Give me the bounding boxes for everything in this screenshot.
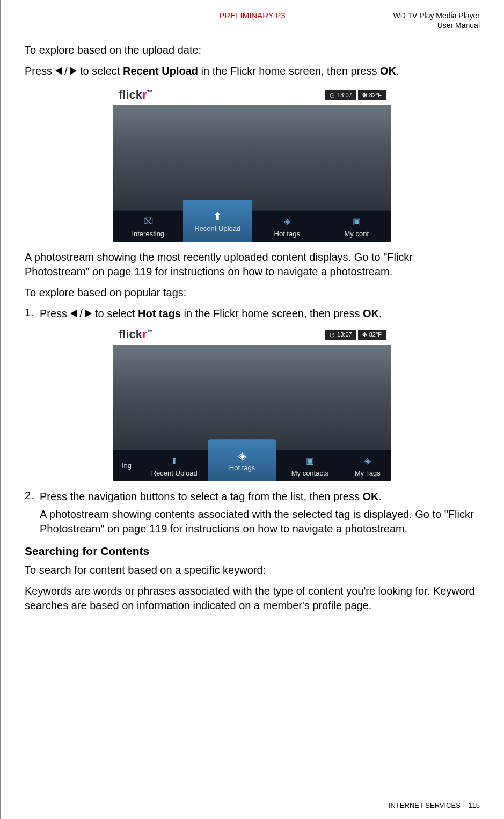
bold-text: OK: [363, 308, 379, 319]
temp-value: 82°F: [369, 92, 382, 98]
contacts-icon: ▣: [350, 215, 363, 228]
clock-icon: ◷: [330, 92, 335, 99]
text: in the Flickr home screen, then press: [198, 65, 380, 77]
nav-item-hot-tags[interactable]: ◈ Hot tags: [208, 439, 276, 481]
screenshot-nav-bar: ing ⬆ Recent Upload ◈ Hot tags ▣ My cont…: [113, 450, 391, 481]
nav-item-interesting[interactable]: ⌧ Interesting: [113, 210, 183, 242]
interesting-icon: ⌧: [142, 215, 155, 228]
screenshot-header: flickr™ ◷13:07 ❋82°F: [113, 85, 391, 105]
flickr-screenshot-hot-tags: flickr™ ◷13:07 ❋82°F ing ⬆ Recent Upload…: [113, 324, 391, 481]
tag-icon: ◈: [281, 215, 294, 228]
temp-value: 82°F: [369, 331, 382, 338]
step-content: Press the navigation buttons to select a…: [40, 489, 480, 539]
text: to select: [77, 65, 123, 77]
product-name: WD TV Play Media Player: [328, 11, 480, 20]
right-arrow-icon: [70, 67, 77, 75]
step-number: 2.: [25, 489, 40, 539]
time-value: 13:07: [337, 331, 352, 338]
upload-icon: ⬆: [168, 455, 181, 467]
tag-icon: ◈: [236, 449, 249, 462]
nav-item-my-tags[interactable]: ◈ My Tags: [344, 450, 391, 481]
page-footer: INTERNET SERVICES – 115: [389, 801, 480, 809]
weather-icon: ❋: [362, 92, 367, 99]
status-bar: ◷13:07 ❋82°F: [325, 90, 386, 100]
page: PRELIMINARY-P3 WD TV Play Media Player U…: [0, 0, 504, 819]
section-heading: Searching for Contents: [25, 545, 480, 558]
page-header: PRELIMINARY-P3 WD TV Play Media Player U…: [25, 11, 480, 30]
search-intro: To search for content based on a specifi…: [25, 563, 480, 577]
text: .: [378, 491, 382, 502]
weather-icon: ❋: [362, 331, 367, 338]
description-text-1: A photostream showing the most recently …: [25, 250, 480, 279]
right-arrow-icon: [85, 310, 92, 317]
logo-text: r: [142, 327, 147, 341]
nav-label: Hot tags: [229, 464, 255, 472]
nav-item-recent-upload[interactable]: ⬆ Recent Upload: [183, 200, 253, 242]
nav-label: Recent Upload: [151, 469, 198, 477]
contacts-icon: ▣: [303, 455, 316, 467]
nav-item-recent-upload[interactable]: ⬆ Recent Upload: [141, 450, 208, 481]
screenshot-nav-bar: ⌧ Interesting ⬆ Recent Upload ◈ Hot tags…: [113, 210, 391, 242]
bold-text: Hot tags: [138, 308, 181, 319]
text: Press: [40, 308, 70, 319]
text: Press: [25, 65, 55, 77]
clock-icon: ◷: [330, 331, 335, 338]
footer-section: INTERNET SERVICES: [389, 801, 461, 809]
footer-page-number: – 115: [462, 801, 480, 809]
screenshot-background: [113, 105, 391, 216]
left-arrow-icon: [70, 310, 77, 317]
step-content: Press / to select Hot tags in the Flickr…: [40, 306, 480, 321]
time-badge: ◷13:07: [325, 330, 356, 340]
instruction-text-1: Press / to select Recent Upload in the F…: [25, 64, 480, 78]
left-arrow-icon: [55, 67, 62, 75]
status-bar: ◷13:07 ❋82°F: [325, 330, 386, 340]
text: Press the navigation buttons to select a…: [40, 491, 362, 502]
text: in the Flickr home screen, then press: [181, 308, 363, 319]
intro-text-2: To explore based on popular tags:: [25, 286, 480, 300]
nav-label: My Tags: [355, 469, 381, 477]
logo-text: flick: [119, 327, 142, 341]
nav-label: My cont: [344, 230, 369, 238]
upload-icon: ⬆: [211, 210, 224, 223]
bold-text: OK: [380, 65, 396, 77]
screenshot-header: flickr™ ◷13:07 ❋82°F: [113, 324, 391, 345]
tag-icon: ◈: [361, 455, 374, 467]
text: .: [379, 308, 382, 319]
intro-text-1: To explore based on the upload date:: [25, 43, 480, 57]
nav-item-interesting-partial[interactable]: ing: [113, 450, 141, 481]
flickr-logo: flickr™: [119, 88, 154, 102]
step-1: 1. Press / to select Hot tags in the Fli…: [25, 306, 480, 321]
product-title: WD TV Play Media Player User Manual: [328, 11, 480, 30]
text: A photostream showing contents associate…: [40, 507, 480, 536]
flickr-logo: flickr™: [119, 327, 154, 341]
time-value: 13:07: [337, 92, 352, 98]
step-2: 2. Press the navigation buttons to selec…: [25, 489, 480, 539]
weather-badge: ❋82°F: [358, 90, 386, 100]
time-badge: ◷13:07: [325, 90, 356, 100]
manual-label: User Manual: [328, 20, 480, 30]
logo-text: r: [142, 88, 147, 101]
logo-text: flick: [119, 88, 142, 101]
nav-label: Recent Upload: [194, 224, 240, 232]
nav-label: Interesting: [132, 230, 164, 238]
text: .: [396, 65, 399, 77]
nav-label: ing: [122, 462, 132, 470]
nav-label: Hot tags: [274, 230, 300, 238]
bold-text: Recent Upload: [123, 65, 198, 77]
keywords-description: Keywords are words or phrases associated…: [25, 584, 480, 613]
step-number: 1.: [25, 306, 40, 321]
nav-item-my-contacts[interactable]: ▣ My cont: [322, 210, 392, 242]
bold-text: OK: [362, 491, 378, 502]
weather-badge: ❋82°F: [358, 330, 386, 340]
preliminary-stamp: PRELIMINARY-P3: [177, 11, 328, 20]
nav-item-hot-tags[interactable]: ◈ Hot tags: [252, 210, 322, 242]
text: to select: [92, 308, 138, 319]
nav-label: My contacts: [291, 469, 328, 477]
nav-item-my-contacts[interactable]: ▣ My contacts: [276, 450, 344, 481]
flickr-screenshot-recent-upload: flickr™ ◷13:07 ❋82°F ⌧ Interesting ⬆ Rec…: [113, 85, 391, 242]
